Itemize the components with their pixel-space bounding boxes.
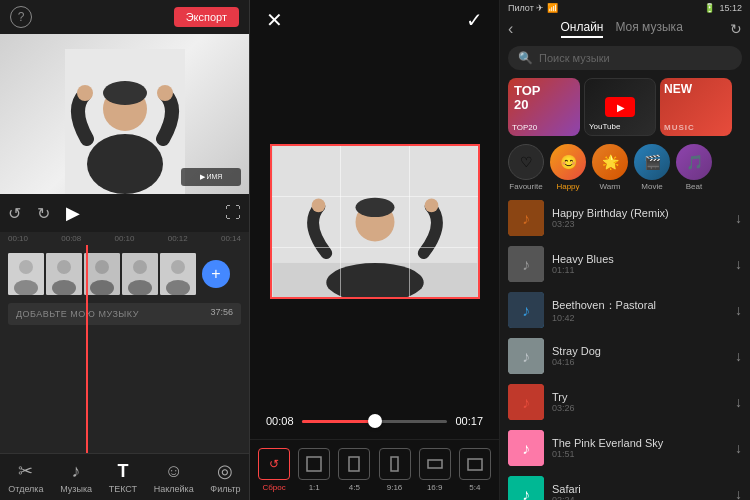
tool-filter-label: Фильтр: [210, 484, 240, 494]
tab-online[interactable]: Онлайн: [561, 20, 604, 38]
svg-rect-30: [391, 457, 398, 471]
genre-warm[interactable]: 🌟 Warm: [592, 144, 628, 191]
refresh-button[interactable]: ↻: [730, 21, 742, 37]
panel1-header: ? Экспорт: [0, 0, 249, 34]
play-button[interactable]: ▶: [66, 202, 80, 224]
download-button-4[interactable]: ↓: [735, 394, 742, 410]
genre-movie[interactable]: 🎬 Movie: [634, 144, 670, 191]
ratio-45-label: 4:5: [349, 483, 360, 492]
song-duration-6: 02:24: [552, 495, 727, 500]
status-right: 🔋 15:12: [704, 3, 742, 13]
svg-point-19: [171, 260, 185, 274]
panel-video-editor: ? Экспорт: [0, 0, 250, 500]
thumb-4: [122, 253, 158, 295]
music-item-3[interactable]: ♪ Stray Dog 04:16 ↓: [500, 333, 750, 379]
channel-badge: ▶ ИМЯ: [181, 168, 241, 186]
music-item-6[interactable]: ♪ Safari 02:24 ↓: [500, 471, 750, 500]
panel-music-browser: Пилот ✈ 📶 🔋 15:12 ‹ Онлайн Моя музыка ↻ …: [500, 0, 750, 500]
music-item-2[interactable]: ♪ Beethoven：Pastoral 10:42 ↓: [500, 287, 750, 333]
svg-point-1: [87, 134, 163, 194]
song-thumb-6: ♪: [508, 476, 544, 500]
download-button-5[interactable]: ↓: [735, 440, 742, 456]
category-top20[interactable]: TOP20 TOP20: [508, 78, 580, 136]
ratio-11-icon: [298, 448, 330, 480]
genre-happy-label: Happy: [556, 182, 579, 191]
crop-area[interactable]: [250, 40, 499, 403]
tool-cut-label: Отделка: [8, 484, 43, 494]
nav-tabs: Онлайн Моя музыка: [517, 20, 726, 38]
fullscreen-button[interactable]: ⛶: [225, 204, 241, 222]
music-item-0[interactable]: ♪ Happy Birthday (Remix) 03:23 ↓: [500, 195, 750, 241]
tool-sticker[interactable]: ☺ Наклейка: [154, 461, 194, 494]
genre-pills: ♡ Favourite 😊 Happy 🌟 Warm 🎬 Movie 🎵 Bea…: [500, 140, 750, 195]
scrub-thumb[interactable]: [368, 414, 382, 428]
song-duration-1: 01:11: [552, 265, 727, 275]
back-button[interactable]: ‹: [508, 20, 513, 38]
song-thumb-1: ♪: [508, 246, 544, 282]
song-thumb-5: ♪: [508, 430, 544, 466]
video-frame: ▶ ИМЯ: [0, 34, 249, 194]
svg-text:♪: ♪: [522, 256, 530, 273]
tab-my-music[interactable]: Моя музыка: [615, 20, 682, 38]
playback-controls: ↺ ↻ ▶ ⛶: [0, 194, 249, 232]
crop-tool-169[interactable]: 16:9: [419, 448, 451, 492]
song-title-0: Happy Birthday (Remix): [552, 207, 727, 219]
tool-text-label: ТЕКСТ: [109, 484, 137, 494]
download-button-3[interactable]: ↓: [735, 348, 742, 364]
search-placeholder[interactable]: Поиск музыки: [539, 52, 610, 64]
help-button[interactable]: ?: [10, 6, 32, 28]
svg-rect-29: [349, 457, 359, 471]
ratio-916-icon: [379, 448, 411, 480]
download-button-0[interactable]: ↓: [735, 210, 742, 226]
crop-tool-reset[interactable]: ↺ Сброс: [258, 448, 290, 492]
download-button-1[interactable]: ↓: [735, 256, 742, 272]
svg-rect-28: [307, 457, 321, 471]
tool-text[interactable]: T ТЕКСТ: [109, 461, 137, 494]
genre-favourite[interactable]: ♡ Favourite: [508, 144, 544, 191]
song-duration-4: 03:26: [552, 403, 727, 413]
svg-text:♪: ♪: [522, 394, 530, 411]
video-scrubber[interactable]: 00:08 00:17: [250, 403, 499, 439]
music-item-1[interactable]: ♪ Heavy Blues 01:11 ↓: [500, 241, 750, 287]
scrub-track[interactable]: [302, 420, 448, 423]
crop-tool-54[interactable]: 5:4: [459, 448, 491, 492]
music-list: ♪ Happy Birthday (Remix) 03:23 ↓ ♪ Heavy…: [500, 195, 750, 500]
search-bar[interactable]: 🔍 Поиск музыки: [508, 46, 742, 70]
genre-beat-label: Beat: [686, 182, 702, 191]
close-button[interactable]: ✕: [266, 8, 283, 32]
music-item-4[interactable]: ♪ Try 03:26 ↓: [500, 379, 750, 425]
undo-button[interactable]: ↺: [8, 204, 21, 223]
song-title-4: Try: [552, 391, 727, 403]
song-duration-2: 10:42: [552, 313, 727, 323]
tool-cut[interactable]: ✂ Отделка: [8, 460, 43, 494]
timeline-tracks[interactable]: + ДОБАВЬТЕ МОЮ МУЗЫКУ 37:56: [0, 245, 249, 453]
add-track-button[interactable]: +: [202, 260, 230, 288]
genre-beat[interactable]: 🎵 Beat: [676, 144, 712, 191]
song-info-1: Heavy Blues 01:11: [552, 253, 727, 275]
redo-button[interactable]: ↻: [37, 204, 50, 223]
song-duration-5: 01:51: [552, 449, 727, 459]
crop-tool-11[interactable]: 1:1: [298, 448, 330, 492]
tool-music[interactable]: ♪ Музыка: [60, 461, 92, 494]
song-thumb-2: ♪: [508, 292, 544, 328]
song-title-5: The Pink Everland Sky: [552, 437, 727, 449]
music-item-5[interactable]: ♪ The Pink Everland Sky 01:51 ↓: [500, 425, 750, 471]
category-youtube[interactable]: ▶ YouTube: [584, 78, 656, 136]
thumb-3: [84, 253, 120, 295]
music-track-bar[interactable]: ДОБАВЬТЕ МОЮ МУЗЫКУ 37:56: [8, 303, 241, 325]
category-new[interactable]: NEW MUSIC: [660, 78, 732, 136]
genre-happy[interactable]: 😊 Happy: [550, 144, 586, 191]
song-title-3: Stray Dog: [552, 345, 727, 357]
download-button-2[interactable]: ↓: [735, 302, 742, 318]
thumb-1: [8, 253, 44, 295]
genre-fav-label: Favourite: [509, 182, 542, 191]
download-button-6[interactable]: ↓: [735, 486, 742, 500]
crop-tool-916[interactable]: 9:16: [379, 448, 411, 492]
crop-tool-45[interactable]: 4:5: [338, 448, 370, 492]
export-button[interactable]: Экспорт: [174, 7, 239, 27]
youtube-label: YouTube: [589, 122, 620, 131]
confirm-button[interactable]: ✓: [466, 8, 483, 32]
ratio-169-icon: [419, 448, 451, 480]
tool-filter[interactable]: ◎ Фильтр: [210, 460, 240, 494]
filter-icon: ◎: [217, 460, 233, 482]
